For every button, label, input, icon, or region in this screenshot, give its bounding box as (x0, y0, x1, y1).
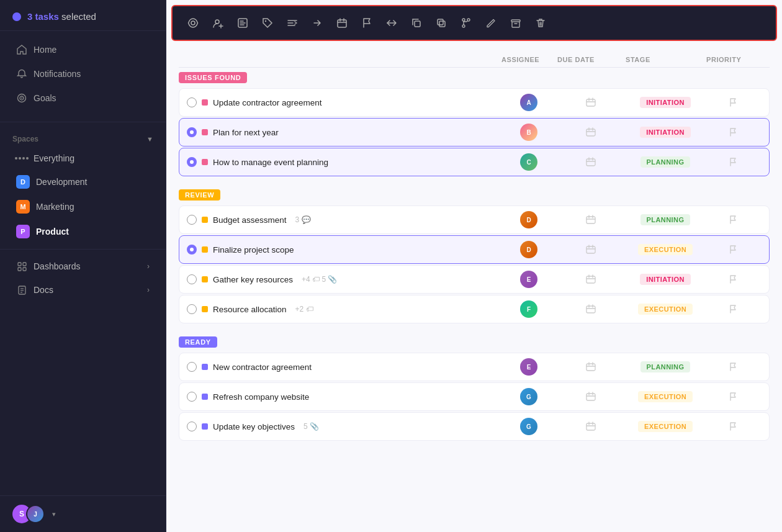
svg-point-11 (191, 21, 195, 25)
task-dot-orange (202, 217, 208, 223)
task-dot-purple (202, 394, 208, 400)
sidebar-item-product-label: Product (36, 227, 69, 237)
task-row[interactable]: Update key objectives 5 📎 G EXECUTION (179, 412, 770, 441)
svg-rect-27 (586, 246, 595, 253)
section-badge-issues: ISSUES FOUND (179, 72, 247, 83)
sidebar-item-docs[interactable]: Docs › (4, 279, 162, 301)
svg-rect-31 (586, 394, 595, 400)
sidebar-item-home[interactable]: Home (4, 38, 162, 61)
svg-rect-23 (586, 99, 595, 106)
svg-rect-18 (439, 21, 445, 27)
sidebar: 3 tasks selected Home Notifications Goal… (0, 0, 166, 532)
task-row[interactable]: Finalize project scope D EXECUTION (179, 235, 770, 264)
toolbar-indent-button[interactable] (282, 12, 303, 34)
docs-label: Docs (34, 285, 53, 295)
col-header-due-date: DUE DATE (557, 56, 626, 63)
task-meta: 5 📎 (303, 422, 319, 431)
task-radio-unchecked (187, 304, 197, 314)
stage-cell: EXECUTION (625, 244, 706, 255)
toolbar-branch-button[interactable] (456, 12, 477, 34)
sidebar-item-marketing[interactable]: M Marketing (4, 195, 162, 219)
task-row[interactable]: Resource allocation +2 🏷 F EXECUTION (179, 295, 770, 323)
nav-divider-1 (0, 122, 166, 122)
dashboards-label: Dashboards (34, 261, 81, 271)
sidebar-item-goals[interactable]: Goals (4, 86, 162, 110)
col-header-assignee: ASSIGNEE (501, 56, 557, 63)
stage-badge: INITIATION (640, 127, 691, 138)
assignee-cell: D (501, 241, 557, 258)
due-date-cell (557, 421, 625, 432)
due-date-cell (557, 361, 625, 372)
user-menu-chevron-icon[interactable]: ▾ (52, 510, 56, 518)
user-avatars: S J (12, 505, 45, 523)
due-date-cell (557, 274, 625, 285)
stage-cell: INITIATION (625, 274, 706, 285)
assignee-cell: C (501, 153, 557, 171)
task-dot-orange (202, 246, 208, 253)
tasks-word: tasks (35, 11, 59, 22)
task-name: New contractor agreement (213, 363, 312, 372)
assignee-cell: E (501, 358, 557, 376)
toolbar-duplicate-button[interactable] (431, 12, 452, 34)
task-row[interactable]: Budget assessment 3 💬 D PLANNING (179, 205, 770, 234)
priority-cell (706, 215, 762, 225)
task-row[interactable]: Plan for next year B INITIATION (179, 118, 770, 147)
stage-badge: PLANNING (640, 214, 691, 225)
task-meta: 3 💬 (295, 215, 311, 224)
sidebar-item-development[interactable]: D Development (4, 170, 162, 194)
everything-icon (16, 153, 27, 164)
assignee-cell: F (501, 300, 557, 318)
stage-cell: PLANNING (625, 361, 706, 372)
task-dot-purple (202, 364, 208, 370)
sidebar-item-product[interactable]: P Product (4, 220, 162, 243)
stage-badge: PLANNING (640, 156, 691, 168)
toolbar-view-button[interactable] (182, 12, 204, 34)
sidebar-nav: Home Notifications Goals (0, 31, 166, 117)
toolbar-assign-button[interactable] (207, 12, 228, 34)
priority-cell (706, 304, 762, 314)
svg-rect-26 (586, 217, 595, 223)
toolbar-copy-button[interactable] (406, 12, 427, 34)
assignee-cell: A (501, 94, 557, 111)
task-name: Resource allocation (213, 305, 287, 314)
task-row[interactable]: Gather key resources +4 🏷 5 📎 E INITIATI… (179, 265, 770, 294)
toolbar-archive-button[interactable] (505, 12, 526, 34)
assignee-avatar: G (520, 388, 537, 405)
toolbar-edit-button[interactable] (480, 12, 501, 34)
stage-badge: INITIATION (640, 97, 691, 108)
svg-point-20 (467, 19, 470, 21)
bell-icon (16, 68, 27, 79)
assignee-avatar: G (520, 418, 537, 435)
stage-cell: INITIATION (625, 97, 706, 108)
toolbar-flag-button[interactable] (356, 12, 377, 34)
assignee-avatar: D (520, 241, 537, 258)
task-row[interactable]: How to manage event planning C PLANNING (179, 148, 770, 176)
task-dot-red (202, 99, 208, 106)
svg-rect-6 (23, 268, 26, 271)
selected-count-text: 3 tasks selected (27, 11, 96, 22)
home-icon (16, 44, 27, 55)
docs-chevron-icon: › (147, 286, 150, 294)
task-dot-red (202, 159, 208, 165)
due-date-cell (557, 97, 625, 108)
svg-point-12 (215, 20, 219, 24)
task-row[interactable]: Update contractor agreement A INITIATION (179, 88, 770, 117)
sidebar-item-everything[interactable]: Everything (4, 148, 162, 169)
toolbar-tag-button[interactable] (257, 12, 278, 34)
toolbar-date-button[interactable] (331, 12, 353, 34)
sidebar-item-notifications[interactable]: Notifications (4, 62, 162, 86)
toolbar-status-button[interactable] (232, 12, 253, 34)
col-header-priority: PRIORITY (706, 56, 762, 63)
priority-cell (706, 127, 762, 137)
main-content: ASSIGNEE DUE DATE STAGE PRIORITY ISSUES … (166, 0, 782, 532)
task-row[interactable]: New contractor agreement E PLANNING (179, 353, 770, 381)
toolbar-move-button[interactable] (307, 12, 328, 34)
dashboards-icon (16, 261, 27, 272)
toolbar-reassign-button[interactable] (381, 12, 402, 34)
spaces-section-label: Spaces ▼ (0, 127, 166, 147)
toolbar-delete-button[interactable] (530, 12, 551, 34)
sidebar-item-dashboards[interactable]: Dashboards › (4, 255, 162, 277)
task-radio-unchecked (187, 362, 197, 372)
task-radio-unchecked (187, 274, 197, 284)
task-row[interactable]: Refresh company website G EXECUTION (179, 382, 770, 411)
